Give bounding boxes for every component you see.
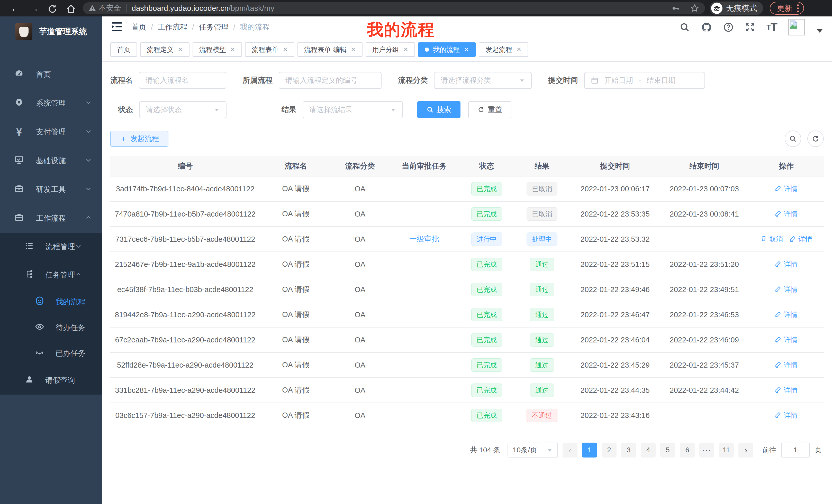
app-logo-row[interactable]: 芋道管理系统 <box>0 17 102 47</box>
detail-action[interactable]: 详情 <box>775 310 798 319</box>
tag-view-tab-6[interactable]: 我的流程✕ <box>418 43 476 57</box>
status-select[interactable]: 请选择状态 ▼ <box>139 101 227 118</box>
sidebar-item-process[interactable]: 流程管理 <box>0 233 102 261</box>
security-chip[interactable]: 不安全 <box>88 3 121 13</box>
tag-view-tab-4[interactable]: 流程表单-编辑✕ <box>297 43 363 57</box>
back-icon[interactable]: ← <box>6 3 25 14</box>
page-button-5[interactable]: 5 <box>660 443 675 457</box>
next-page-button[interactable]: › <box>738 443 753 457</box>
close-icon[interactable]: ✕ <box>464 46 469 53</box>
detail-action[interactable]: 详情 <box>775 360 798 370</box>
breadcrumb-item-1[interactable]: 工作流程 <box>158 22 187 32</box>
sidebar-item-dev[interactable]: 研发工具 <box>0 175 102 204</box>
goto-page-input[interactable] <box>781 443 810 457</box>
fullscreen-icon[interactable] <box>745 22 755 32</box>
detail-action[interactable]: 详情 <box>775 260 798 269</box>
tag-view-tab-2[interactable]: 流程模型✕ <box>192 43 242 57</box>
cell-process-name: OA 请假 <box>260 353 332 377</box>
page-button-2[interactable]: 2 <box>602 443 617 457</box>
sidebar-item-home[interactable]: 首页 <box>0 60 102 89</box>
home-icon[interactable] <box>62 3 80 14</box>
cell-current-task[interactable]: 一级审批 <box>389 227 460 252</box>
url-text[interactable]: dashboard.yudao.iocoder.cn/bpm/task/my <box>132 4 274 12</box>
reset-button[interactable]: 重置 <box>468 101 511 118</box>
detail-action[interactable]: 详情 <box>789 234 812 244</box>
address-bar[interactable]: 不安全 dashboard.yudao.iocoder.cn/bpm/task/… <box>83 2 705 14</box>
cell-status: 已完成 <box>460 201 514 227</box>
sidebar-item-system[interactable]: 系统管理 <box>0 89 102 118</box>
sidebar-item-todo[interactable]: 待办任务 <box>0 315 102 341</box>
page-button-11[interactable]: 11 <box>719 443 734 457</box>
detail-action[interactable]: 详情 <box>775 335 798 344</box>
font-size-icon[interactable]: TT <box>766 21 777 34</box>
detail-action[interactable]: 详情 <box>775 285 798 294</box>
browser-update-button[interactable]: 更新 <box>770 2 804 15</box>
breadcrumb-item-0[interactable]: 首页 <box>131 22 146 32</box>
close-icon[interactable]: ✕ <box>178 46 183 53</box>
help-icon[interactable] <box>723 22 733 32</box>
forward-icon[interactable]: → <box>25 3 43 14</box>
detail-action[interactable]: 详情 <box>775 184 798 193</box>
tag-view-tab-1[interactable]: 流程定义✕ <box>140 43 189 57</box>
more-menu-icon[interactable] <box>797 4 799 12</box>
sidebar-item-done[interactable]: 已办任务 <box>0 341 102 366</box>
broken-image-icon <box>789 20 797 29</box>
close-icon[interactable]: ✕ <box>283 46 288 53</box>
tag-view-tab-5[interactable]: 用户分组✕ <box>366 43 415 57</box>
search-icon[interactable] <box>679 22 690 32</box>
tag-view-tab-3[interactable]: 流程表单✕ <box>245 43 294 57</box>
detail-action[interactable]: 详情 <box>775 209 798 219</box>
sidebar-item-task[interactable]: 任务管理 <box>0 261 102 289</box>
sidebar-item-my-process[interactable]: 我的流程 <box>0 289 102 315</box>
sidebar-item-pay[interactable]: ¥支付管理 <box>0 118 102 146</box>
breadcrumb-item-2[interactable]: 任务管理 <box>199 22 229 32</box>
create-process-button[interactable]: ＋ 发起流程 <box>110 131 168 147</box>
cancel-action[interactable]: 取消 <box>760 234 783 244</box>
refresh-table-button[interactable] <box>807 131 824 147</box>
search-button[interactable]: 搜索 <box>417 101 461 118</box>
close-icon[interactable]: ✕ <box>230 46 235 53</box>
reload-icon[interactable] <box>43 3 62 14</box>
submit-time-range-picker[interactable]: 开始日期 - 结束日期 <box>584 72 705 89</box>
detail-action[interactable]: 详情 <box>775 411 798 420</box>
status-badge: 已完成 <box>471 384 502 397</box>
page-button-3[interactable]: 3 <box>621 443 636 457</box>
page-size-select[interactable]: 10条/页 ▼ <box>508 443 558 457</box>
pagination: 共 104 条 10条/页 ▼ ‹ 123456···11 › 前往 页 <box>110 443 822 457</box>
column-header: 提交时间 <box>571 156 660 176</box>
process-definition-input[interactable] <box>279 72 382 89</box>
key-icon[interactable] <box>671 4 680 12</box>
page-button-6[interactable]: 6 <box>680 443 695 457</box>
cell-end-time: 2022-01-22 23:45:37 <box>660 353 749 377</box>
detail-action[interactable]: 详情 <box>775 386 798 395</box>
star-icon[interactable] <box>690 4 699 13</box>
show-search-toggle-button[interactable] <box>785 131 801 147</box>
close-icon[interactable]: ✕ <box>403 46 408 53</box>
avatar-placeholder[interactable] <box>788 19 805 35</box>
close-icon[interactable]: ✕ <box>516 46 521 53</box>
tag-view-tab-7[interactable]: 发起流程✕ <box>479 43 528 57</box>
sidebar-item-infra[interactable]: 基础设施 <box>0 146 102 175</box>
page-button-1[interactable]: 1 <box>582 443 597 457</box>
yen-icon: ¥ <box>12 127 26 138</box>
close-icon[interactable]: ✕ <box>351 46 356 53</box>
sidebar-item-workflow[interactable]: 工作流程 <box>0 204 102 233</box>
tag-view-tab-0[interactable]: 首页 <box>110 43 137 57</box>
cell-process-id: 67c2eaab-7b9a-11ec-a290-acde48001122 <box>110 327 260 353</box>
page-button-4[interactable]: 4 <box>641 443 656 457</box>
prev-page-button[interactable]: ‹ <box>563 443 577 457</box>
category-select[interactable]: 请选择流程分类 ▼ <box>434 72 532 89</box>
avatar-dropdown-caret[interactable] <box>816 29 823 33</box>
process-definition-input-field[interactable] <box>285 76 375 85</box>
status-badge: 已完成 <box>471 207 502 221</box>
process-name-input-field[interactable] <box>146 76 219 85</box>
page-content: 流程名 所属流程 流程分类 请选择流程分类 ▼ 提交时间 <box>102 62 832 504</box>
goto-label: 前往 <box>762 445 777 455</box>
github-icon[interactable] <box>701 22 712 33</box>
cell-submit-time: 2022-01-22 23:53:32 <box>571 227 660 252</box>
process-name-input[interactable] <box>139 72 226 89</box>
sidebar-collapse-icon[interactable] <box>111 22 123 33</box>
chevron-down-icon <box>85 157 92 165</box>
sidebar-item-leave[interactable]: 请假查询 <box>0 366 102 395</box>
result-select[interactable]: 请选择流结果 ▼ <box>303 101 403 118</box>
